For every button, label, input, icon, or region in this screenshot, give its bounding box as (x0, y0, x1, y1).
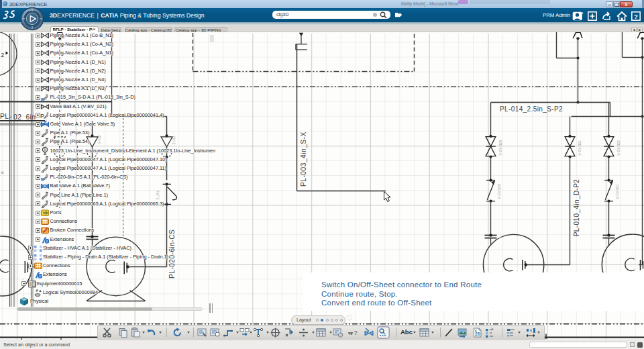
svg-text:2-013: 2-013 (172, 136, 176, 144)
svg-text:PL-014_2.5in_S-P2: PL-014_2.5in_S-P2 (500, 105, 563, 113)
svg-text:V-GV-022: V-GV-022 (617, 140, 621, 156)
svg-text:PL-: PL- (0, 113, 11, 120)
svg-text:20: 20 (475, 332, 480, 336)
svg-text:?: ? (634, 13, 638, 20)
svg-text:02_6in: 02_6in (13, 113, 36, 121)
svg-text:PL-020-6in-CS: PL-020-6in-CS (168, 230, 176, 279)
svg-text:PL-003_4in_S-X: PL-003_4in_S-X (300, 132, 307, 187)
svg-text:V-CV-021: V-CV-021 (616, 184, 619, 199)
svg-text:V-GV-020: V-GV-020 (499, 140, 502, 156)
svg-text:?: ? (354, 330, 358, 336)
svg-text:5_001: 5_001 (156, 190, 160, 199)
svg-text:V-GV-021: V-GV-021 (578, 140, 582, 156)
svg-text:▲: ▲ (38, 289, 42, 293)
svg-text:V-CV-020: V-CV-020 (498, 184, 501, 199)
svg-text:2: 2 (1, 52, 4, 58)
svg-text:«: « (1, 169, 4, 176)
svg-text:PL-010_4in_D-P2: PL-010_4in_D-P2 (573, 179, 580, 237)
svg-text:2-012: 2-012 (98, 135, 101, 144)
